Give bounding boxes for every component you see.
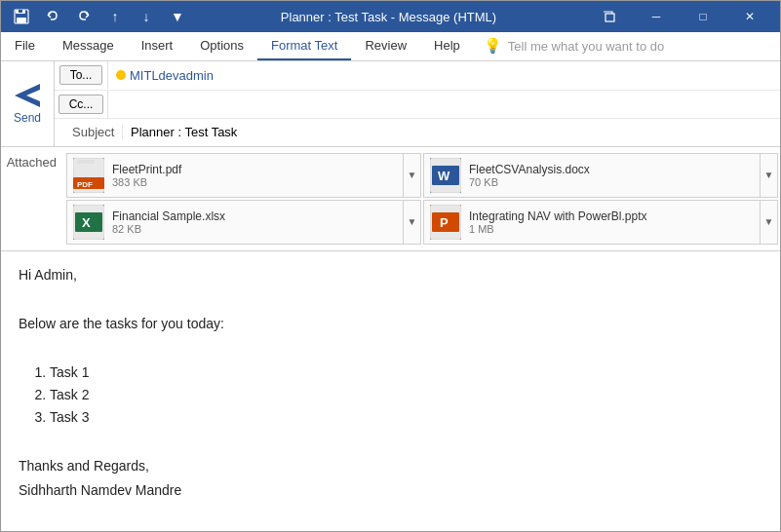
att-name-pptx: Integrating NAV with PowerBl.pptx <box>469 209 756 223</box>
to-button[interactable]: To... <box>59 65 103 85</box>
ribbon-search-placeholder: Tell me what you want to do <box>508 39 664 54</box>
file-icon-pdf: PDF <box>73 158 104 193</box>
att-size-xlsx: 82 KB <box>112 223 399 235</box>
to-field[interactable]: MITLdevadmin <box>108 68 780 83</box>
subject-label: Subject <box>64 125 123 139</box>
attached-label: Attached <box>1 151 64 170</box>
att-dropdown-pptx[interactable]: ▼ <box>760 201 777 244</box>
pdf-icon: PDF <box>73 158 104 193</box>
body-intro: Below are the tasks for you today: <box>19 314 762 334</box>
file-icon-pptx: P <box>430 205 461 240</box>
recipient-row: MITLdevadmin <box>116 68 772 83</box>
cc-field[interactable] <box>108 100 780 108</box>
attachment-fleetcsv[interactable]: W FleetCSVAnalysis.docx 70 KB ▼ <box>423 153 778 198</box>
svg-text:X: X <box>82 215 91 230</box>
att-size-pdf: 383 KB <box>112 176 399 188</box>
svg-text:P: P <box>440 215 449 230</box>
svg-rect-9 <box>77 160 95 164</box>
tab-options[interactable]: Options <box>186 32 257 60</box>
svg-text:W: W <box>438 169 450 183</box>
body-greeting: Hi Admin, <box>19 265 762 285</box>
recipient-name: MITLdevadmin <box>130 68 214 83</box>
lightbulb-icon: 💡 <box>484 37 502 55</box>
ribbon: File Message Insert Options Format Text … <box>1 32 780 61</box>
restore-button[interactable] <box>587 1 632 32</box>
minimize-button[interactable]: ─ <box>634 1 679 32</box>
maximize-button[interactable]: □ <box>681 1 725 32</box>
close-button[interactable]: ✕ <box>727 1 772 32</box>
svg-text:PDF: PDF <box>77 180 93 189</box>
attachment-financial[interactable]: X Financial Sample.xlsx 82 KB ▼ <box>66 200 421 245</box>
att-name-xlsx: Financial Sample.xlsx <box>112 209 399 223</box>
svg-rect-3 <box>19 10 22 13</box>
tab-file[interactable]: File <box>1 32 49 60</box>
attachments-section: Attached PDF FleetPrint.pdf <box>1 147 780 251</box>
cc-row: Cc... <box>55 91 780 119</box>
att-name-docx: FleetCSVAnalysis.docx <box>469 163 756 176</box>
file-icon-xlsx: X <box>73 205 104 240</box>
undo-button[interactable] <box>40 6 65 27</box>
to-button-area: To... <box>55 61 108 89</box>
xlsx-icon: X <box>73 205 104 240</box>
att-name-pdf: FleetPrint.pdf <box>112 163 399 176</box>
task-item-3: Task 3 <box>50 407 762 428</box>
save-button[interactable] <box>9 6 34 27</box>
attachment-fleetprint[interactable]: PDF FleetPrint.pdf 383 KB ▼ <box>66 153 421 198</box>
attachments-grid: PDF FleetPrint.pdf 383 KB ▼ <box>64 151 780 247</box>
task-item-1: Task 1 <box>50 362 762 383</box>
tab-format-text[interactable]: Format Text <box>257 32 351 60</box>
att-info-pptx: Integrating NAV with PowerBl.pptx 1 MB <box>469 209 756 235</box>
tab-review[interactable]: Review <box>351 32 420 60</box>
svg-rect-2 <box>17 18 26 23</box>
body-empty-2 <box>19 338 762 359</box>
cc-button-area: Cc... <box>55 91 108 118</box>
outlook-window: ↑ ↓ ▼ Planner : Test Task - Message (HTM… <box>0 0 781 532</box>
task-list: Task 1 Task 2 Task 3 <box>50 362 762 428</box>
down-button[interactable]: ↓ <box>134 6 159 27</box>
redo-button[interactable] <box>71 6 97 27</box>
pptx-icon: P <box>430 205 461 240</box>
att-size-pptx: 1 MB <box>469 223 756 235</box>
att-info-xlsx: Financial Sample.xlsx 82 KB <box>112 209 399 235</box>
address-fields: To... MITLdevadmin Cc... <box>55 61 780 146</box>
body-signature: Sidhharth Namdev Mandre <box>19 480 762 501</box>
email-body[interactable]: Hi Admin, Below are the tasks for you to… <box>1 251 780 531</box>
att-dropdown-xlsx[interactable]: ▼ <box>403 201 420 244</box>
send-icon <box>13 82 42 109</box>
subject-row: Subject Planner : Test Task <box>55 119 780 146</box>
body-closing: Thanks and Regards, <box>19 456 762 476</box>
tab-message[interactable]: Message <box>49 32 128 60</box>
att-info-docx: FleetCSVAnalysis.docx 70 KB <box>469 163 756 188</box>
send-button[interactable]: Send <box>1 61 55 146</box>
docx-icon: W <box>430 158 461 193</box>
up-button[interactable]: ↑ <box>102 6 128 27</box>
window-controls: ─ □ ✕ <box>587 1 772 32</box>
to-row: To... MITLdevadmin <box>55 61 780 91</box>
att-dropdown-docx[interactable]: ▼ <box>760 154 777 197</box>
cc-button[interactable]: Cc... <box>59 95 104 114</box>
recipient-indicator <box>116 70 126 80</box>
send-label: Send <box>14 111 41 125</box>
att-size-docx: 70 KB <box>469 176 756 188</box>
body-empty-3 <box>19 432 762 452</box>
header-section: Send To... MITLdevadmin <box>1 61 780 147</box>
svg-rect-4 <box>605 14 614 21</box>
attachment-nav[interactable]: P Integrating NAV with PowerBl.pptx 1 MB… <box>423 200 778 245</box>
tab-insert[interactable]: Insert <box>128 32 187 60</box>
att-info-pdf: FleetPrint.pdf 383 KB <box>112 163 399 188</box>
att-dropdown-pdf[interactable]: ▼ <box>403 154 420 197</box>
more-button[interactable]: ▼ <box>165 6 190 27</box>
compose-area: Send To... MITLdevadmin <box>1 61 780 531</box>
subject-field[interactable]: Planner : Test Task <box>123 121 780 143</box>
tab-help[interactable]: Help <box>420 32 474 60</box>
ribbon-search-area: 💡 Tell me what you want to do <box>474 32 780 60</box>
title-bar: ↑ ↓ ▼ Planner : Test Task - Message (HTM… <box>1 1 780 32</box>
body-empty-1 <box>19 289 762 310</box>
window-title: Planner : Test Task - Message (HTML) <box>190 10 587 24</box>
file-icon-docx: W <box>430 158 461 193</box>
title-bar-controls: ↑ ↓ ▼ <box>9 6 190 27</box>
task-item-2: Task 2 <box>50 385 762 405</box>
